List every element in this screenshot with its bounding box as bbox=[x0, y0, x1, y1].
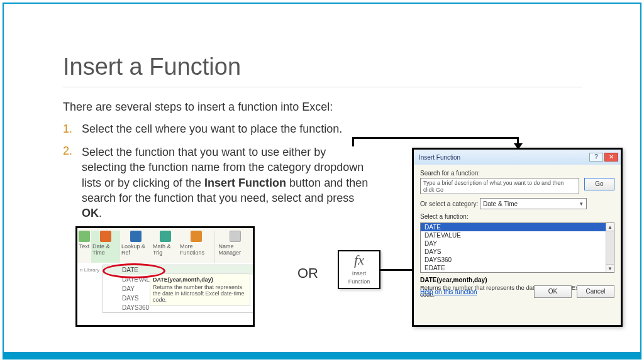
ribbon-group-lookup[interactable]: Lookup & Ref bbox=[120, 231, 152, 263]
step-2-bold-insert-function: Insert Function bbox=[204, 177, 286, 189]
calendar-icon bbox=[100, 231, 111, 242]
ribbon-group-math[interactable]: Math & Trig bbox=[152, 231, 179, 263]
search-input[interactable]: Type a brief description of what you wan… bbox=[420, 178, 579, 194]
ok-button[interactable]: OK bbox=[534, 285, 572, 298]
step-1-number: 1. bbox=[63, 123, 72, 136]
scrollbar[interactable]: ▲ ▼ bbox=[606, 223, 614, 272]
function-listbox[interactable]: DATE DATEVALUE DAY DAYS DAYS360 EDATE EO… bbox=[420, 222, 614, 273]
ribbon-lookup-label: Lookup & Ref bbox=[121, 243, 150, 256]
help-button[interactable]: ? bbox=[589, 153, 603, 162]
connector-top-stub bbox=[352, 137, 354, 146]
category-label: Or select a category: bbox=[420, 200, 478, 207]
go-button[interactable]: Go bbox=[584, 178, 614, 190]
category-select[interactable]: Date & Time ▼ bbox=[480, 198, 587, 209]
select-function-label: Select a function: bbox=[420, 213, 614, 220]
function-item[interactable]: EDATE bbox=[421, 264, 614, 272]
function-item[interactable]: DATEVALUE bbox=[421, 231, 614, 239]
or-label: OR bbox=[297, 265, 318, 282]
function-item[interactable]: DAYS360 bbox=[421, 256, 614, 264]
function-item-selected[interactable]: DATE bbox=[421, 223, 614, 231]
function-item[interactable]: EOMONTH bbox=[421, 272, 614, 273]
connector-horiz bbox=[380, 269, 412, 271]
page-title: Insert a Function bbox=[63, 53, 241, 80]
help-link[interactable]: Help on this function bbox=[420, 288, 477, 295]
step-2-bold-ok: OK bbox=[82, 207, 99, 219]
more-icon bbox=[191, 231, 202, 242]
fx-icon: fx bbox=[339, 251, 379, 269]
annotation-ellipse bbox=[103, 263, 165, 278]
ribbon-group-more[interactable]: More Functions bbox=[179, 231, 214, 263]
slide-bottom-bar bbox=[3, 352, 641, 359]
fx-label-2: Function bbox=[339, 278, 379, 285]
title-rule bbox=[63, 87, 582, 87]
tooltip-signature: DATE(year,month,day) bbox=[153, 277, 247, 283]
cancel-button[interactable]: Cancel bbox=[577, 285, 614, 298]
text-icon bbox=[79, 231, 90, 242]
lookup-icon bbox=[130, 231, 142, 242]
search-label: Search for a function: bbox=[420, 170, 614, 177]
scroll-up-icon[interactable]: ▲ bbox=[606, 223, 614, 231]
dialog-titlebar[interactable]: Insert Function ? ✕ bbox=[414, 150, 621, 165]
fx-label-1: Insert bbox=[339, 270, 379, 277]
dialog-title: Insert Function bbox=[419, 154, 460, 161]
scroll-down-icon[interactable]: ▼ bbox=[606, 264, 614, 272]
connector-top-horiz bbox=[352, 137, 519, 139]
function-item[interactable]: DAYS bbox=[421, 248, 614, 256]
step-2-number: 2. bbox=[63, 145, 72, 158]
ribbon-date-label: Date & Time bbox=[92, 243, 119, 256]
function-tooltip: DATE(year,month,day) Returns the number … bbox=[150, 273, 250, 306]
chevron-down-icon: ▼ bbox=[579, 201, 584, 207]
ribbon-row: Text Date & Time Lookup & Ref Math & Tri… bbox=[77, 228, 253, 263]
insert-function-button[interactable]: fx Insert Function bbox=[338, 250, 380, 289]
ribbon-library-label: n Library bbox=[77, 267, 99, 273]
theta-icon bbox=[160, 231, 171, 242]
ribbon-screenshot: Text Date & Time Lookup & Ref Math & Tri… bbox=[75, 226, 255, 327]
function-signature: DATE(year,month,day) bbox=[420, 277, 614, 283]
tag-icon bbox=[230, 231, 241, 242]
ribbon-group-name-manager[interactable]: Name Manager bbox=[214, 231, 253, 263]
ribbon-math-label: Math & Trig bbox=[153, 243, 177, 256]
function-item[interactable]: DAY bbox=[421, 239, 614, 248]
ribbon-group-text[interactable]: Text bbox=[77, 231, 91, 263]
ribbon-text-label: Text bbox=[79, 243, 90, 250]
step-2-text: Select the function that you want to use… bbox=[82, 145, 371, 221]
tooltip-description: Returns the number that represents the d… bbox=[153, 284, 245, 303]
step-1-text: Select the cell where you want to place … bbox=[82, 123, 342, 136]
intro-text: There are several steps to insert a func… bbox=[63, 101, 333, 114]
category-value: Date & Time bbox=[483, 200, 518, 207]
ribbon-name-label: Name Manager bbox=[219, 243, 252, 256]
ribbon-more-label: More Functions bbox=[180, 243, 213, 256]
insert-function-dialog: Insert Function ? ✕ Search for a functio… bbox=[412, 148, 623, 327]
ribbon-group-date[interactable]: Date & Time bbox=[91, 231, 120, 263]
step-2-span-e: . bbox=[99, 207, 102, 219]
close-button[interactable]: ✕ bbox=[604, 153, 618, 162]
dialog-body: Search for a function: Type a brief desc… bbox=[414, 165, 621, 303]
